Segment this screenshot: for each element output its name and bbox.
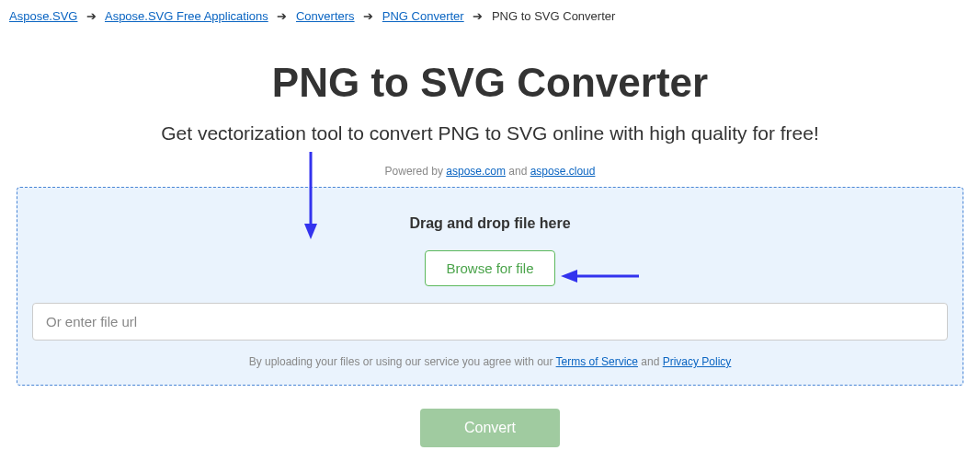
page-subtitle: Get vectorization tool to convert PNG to… (0, 122, 980, 144)
page-title: PNG to SVG Converter (0, 60, 980, 106)
dropzone-label: Drag and drop file here (32, 215, 948, 232)
arrow-separator-icon: ➔ (363, 9, 373, 23)
breadcrumb-link-aspose-svg[interactable]: Aspose.SVG (9, 9, 77, 23)
breadcrumb: Aspose.SVG ➔ Aspose.SVG Free Application… (0, 0, 980, 23)
powered-link-aspose-com[interactable]: aspose.com (446, 165, 506, 178)
convert-button[interactable]: Convert (420, 409, 560, 447)
file-dropzone[interactable]: Drag and drop file here Browse for file … (17, 187, 963, 386)
arrow-separator-icon: ➔ (86, 9, 97, 23)
breadcrumb-current: PNG to SVG Converter (492, 9, 615, 23)
browse-button[interactable]: Browse for file (425, 250, 554, 286)
terms-agreement: By uploading your files or using our ser… (32, 355, 948, 368)
privacy-policy-link[interactable]: Privacy Policy (663, 355, 732, 368)
breadcrumb-link-converters[interactable]: Converters (296, 9, 355, 23)
breadcrumb-link-free-apps[interactable]: Aspose.SVG Free Applications (105, 9, 268, 23)
file-url-input[interactable] (32, 303, 948, 341)
powered-by: Powered by aspose.com and aspose.cloud (0, 165, 980, 178)
agree-and: and (638, 355, 663, 368)
arrow-separator-icon: ➔ (473, 9, 483, 23)
agree-prefix: By uploading your files or using our ser… (249, 355, 556, 368)
powered-prefix: Powered by (385, 165, 447, 178)
terms-of-service-link[interactable]: Terms of Service (556, 355, 638, 368)
arrow-separator-icon: ➔ (277, 9, 287, 23)
powered-link-aspose-cloud[interactable]: aspose.cloud (530, 165, 596, 178)
breadcrumb-link-png-converter[interactable]: PNG Converter (382, 9, 464, 23)
powered-and: and (506, 165, 530, 178)
